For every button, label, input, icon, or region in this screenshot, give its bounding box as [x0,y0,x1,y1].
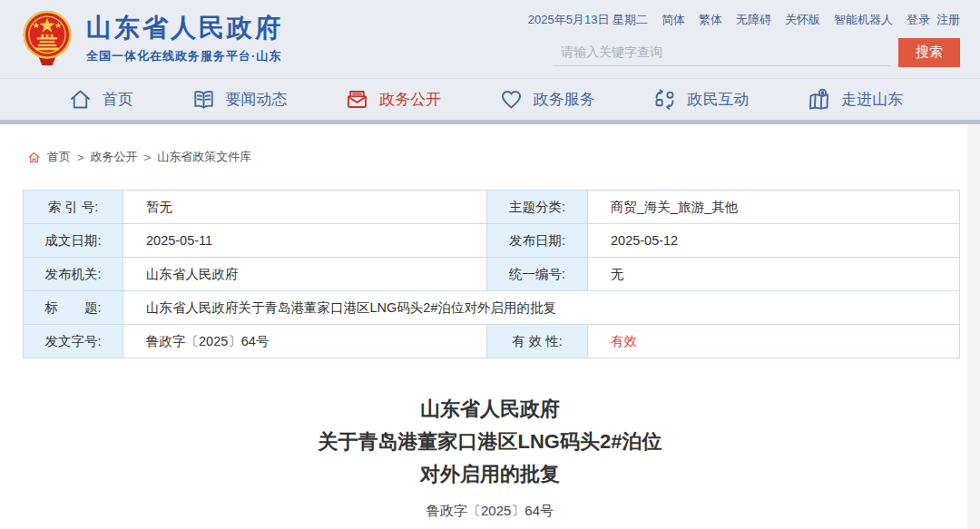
link-smart-robot[interactable]: 智能机器人 [834,12,893,28]
title-value: 山东省人民政府关于青岛港董家口港区LNG码头2#泊位对外启用的批复 [123,291,960,325]
top-utility-bar: 2025年5月13日 星期二 简体 繁体 无障碍 关怀版 智能机器人 登录 注册 [528,12,960,28]
table-row: 成文日期: 2025-05-11 发布日期: 2025-05-12 [24,224,960,258]
search-button[interactable]: 搜索 [898,38,960,67]
breadcrumb-home-icon [27,151,41,164]
topic-category-value: 商贸_海关_旅游_其他 [588,191,960,224]
table-row: 标 题: 山东省人民政府关于青岛港董家口港区LNG码头2#泊位对外启用的批复 [24,291,960,325]
nav-label: 走进山东 [841,89,903,110]
home-icon [68,87,93,112]
nav-label: 首页 [103,89,133,110]
table-row: 发文字号: 鲁政字〔2025〕64号 有 效 性: 有效 [24,325,960,358]
link-simplified[interactable]: 简体 [662,12,685,28]
breadcrumb-separator: > [144,151,152,164]
nav-label: 政务公开 [379,89,441,110]
site-header: 山东省人民政府 全国一体化在线政务服务平台·山东 2025年5月13日 星期二 … [0,0,980,78]
mail-icon [345,87,369,112]
link-accessibility[interactable]: 无障碍 [736,12,771,28]
search-input[interactable] [554,39,891,66]
document-title-line: 对外启用的批复 [0,458,980,491]
site-name: 山东省人民政府 [86,14,283,43]
nav-item-news[interactable]: 要闻动态 [191,87,288,112]
nav-item-services[interactable]: 政务服务 [499,87,595,112]
written-date-value: 2025-05-11 [123,224,487,258]
topic-category-label: 主题分类: [487,191,588,224]
heart-icon [499,87,524,112]
document-title-line: 关于青岛港董家口港区LNG码头2#泊位 [0,426,980,458]
search-bar: 搜索 [554,38,960,67]
table-row: 发布机关: 山东省人民政府 统一编号: 无 [24,258,960,291]
validity-value: 有效 [588,325,960,358]
breadcrumb-separator: > [77,151,84,164]
document-title: 山东省人民政府 关于青岛港董家口港区LNG码头2#泊位 对外启用的批复 [0,393,980,491]
nav-item-about-shandong[interactable]: 走进山东 [807,87,903,112]
nav-item-interaction[interactable]: 政民互动 [652,87,749,112]
unified-number-value: 无 [588,258,960,291]
doc-number-value: 鲁政字〔2025〕64号 [123,325,487,358]
written-date-label: 成文日期: [24,224,123,258]
breadcrumb: 首页 > 政务公开 > 山东省政策文件库 [0,124,980,165]
breadcrumb-policy-library[interactable]: 山东省政策文件库 [157,149,251,165]
interaction-icon [652,87,677,112]
breadcrumb-gov-info[interactable]: 政务公开 [91,149,138,165]
validity-label: 有 效 性: [487,325,588,358]
scrollbar-gutter [967,124,980,529]
login-link[interactable]: 登录 [906,12,930,28]
book-icon [191,87,216,112]
table-row: 索 引 号: 暂无 主题分类: 商贸_海关_旅游_其他 [24,191,960,224]
nav-label: 政民互动 [687,89,749,110]
link-traditional[interactable]: 繁体 [699,12,722,28]
unified-number-label: 统一编号: [487,258,588,291]
nav-label: 政务服务 [534,89,595,110]
national-emblem-icon [20,9,74,69]
breadcrumb-home[interactable]: 首页 [47,149,71,165]
main-nav: 首页 要闻动态 政务公开 政务服务 [0,78,980,120]
document-title-line: 山东省人民政府 [0,393,980,426]
publish-date-value: 2025-05-12 [588,224,960,258]
header-right: 2025年5月13日 星期二 简体 繁体 无障碍 关怀版 智能机器人 登录 注册… [528,12,960,67]
nav-item-home[interactable]: 首页 [68,87,133,112]
nav-label: 要闻动态 [226,89,288,110]
title-label: 标 题: [24,291,123,325]
current-date: 2025年5月13日 星期二 [528,12,648,28]
page: 山东省人民政府 全国一体化在线政务服务平台·山东 2025年5月13日 星期二 … [0,0,980,529]
site-subtitle: 全国一体化在线政务服务平台·山东 [86,48,283,64]
link-care-version[interactable]: 关怀版 [785,12,820,28]
publish-date-label: 发布日期: [487,224,588,258]
publisher-label: 发布机关: [24,258,123,291]
index-number-value: 暂无 [123,191,487,224]
index-number-label: 索 引 号: [24,191,123,224]
nav-item-gov-info[interactable]: 政务公开 [345,87,441,112]
main-content: 首页 > 政务公开 > 山东省政策文件库 索 引 号: 暂无 主题分类: 商贸_… [0,124,980,529]
site-brand[interactable]: 山东省人民政府 全国一体化在线政务服务平台·山东 [20,9,283,69]
document-info-table: 索 引 号: 暂无 主题分类: 商贸_海关_旅游_其他 成文日期: 2025-0… [23,190,960,358]
map-icon [807,87,831,112]
doc-number-label: 发文字号: [24,325,123,358]
document-number: 鲁政字〔2025〕64号 [0,503,980,520]
publisher-value: 山东省人民政府 [123,258,487,291]
register-link[interactable]: 注册 [936,12,960,28]
brand-text: 山东省人民政府 全国一体化在线政务服务平台·山东 [86,14,283,64]
